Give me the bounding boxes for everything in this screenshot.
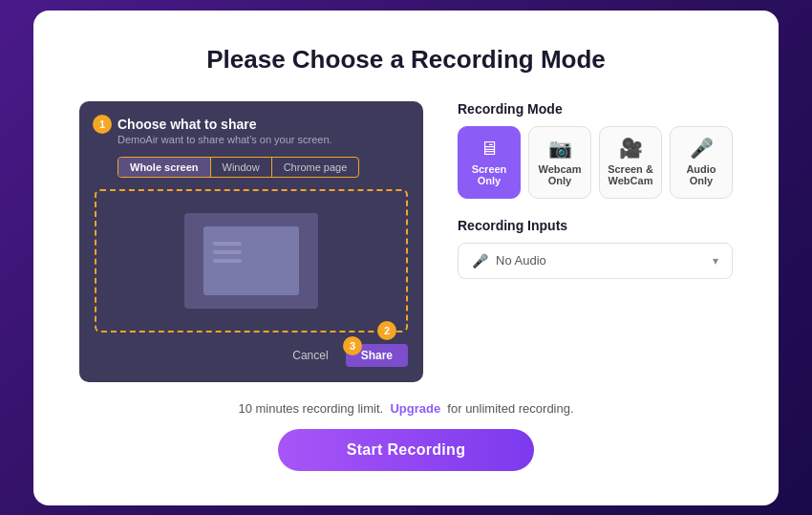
cancel-button[interactable]: Cancel <box>283 344 337 367</box>
dialog-subtitle: DemoAir want to share what's on your scr… <box>118 134 408 145</box>
screen-line-3 <box>213 259 242 263</box>
recording-mode-label: Recording Mode <box>458 101 733 117</box>
screen-only-label: Screen Only <box>464 163 514 186</box>
recording-inputs-label: Recording Inputs <box>458 218 733 233</box>
webcam-only-icon: 📷 <box>548 139 572 158</box>
audio-only-label: Audio Only <box>676 163 726 186</box>
step-badge-3: 3 <box>343 336 362 355</box>
dialog-tabs: Whole screen Window Chrome page <box>118 157 359 178</box>
share-dialog: 1 Choose what to share DemoAir want to s… <box>79 101 423 382</box>
mode-grid: 🖥 Screen Only 📷 Webcam Only 🎥 Screen & W… <box>458 126 733 199</box>
screen-mockup <box>184 213 318 309</box>
content-row: 1 Choose what to share DemoAir want to s… <box>79 101 733 382</box>
webcam-only-label: Webcam Only <box>535 163 585 186</box>
main-card: Please Choose a Recording Mode 1 Choose … <box>33 11 779 505</box>
page-title: Please Choose a Recording Mode <box>206 45 606 75</box>
step-badge-1: 1 <box>93 115 112 134</box>
screen-line-1 <box>213 242 242 246</box>
audio-value: No Audio <box>496 253 546 268</box>
tab-whole-screen[interactable]: Whole screen <box>118 158 211 177</box>
recording-inputs-section: Recording Inputs 🎤 No Audio ▾ <box>458 218 733 279</box>
screen-inner <box>203 226 299 295</box>
start-recording-button[interactable]: Start Recording <box>278 429 535 471</box>
limit-text: 10 minutes recording limit. Upgrade for … <box>238 401 573 416</box>
screen-line-2 <box>213 250 242 254</box>
screen-only-icon: 🖥 <box>480 139 499 158</box>
screen-webcam-icon: 🎥 <box>619 139 643 158</box>
limit-after: for unlimited recording. <box>447 401 573 416</box>
right-panel: Recording Mode 🖥 Screen Only 📷 Webcam On… <box>458 101 733 279</box>
chevron-down-icon: ▾ <box>713 254 718 268</box>
audio-dropdown-left: 🎤 No Audio <box>472 253 546 268</box>
audio-only-icon: 🎤 <box>690 139 714 158</box>
dialog-title: Choose what to share <box>118 117 408 132</box>
audio-dropdown[interactable]: 🎤 No Audio ▾ <box>458 243 733 279</box>
recording-mode-section: Recording Mode 🖥 Screen Only 📷 Webcam On… <box>458 101 733 199</box>
mode-screen-only[interactable]: 🖥 Screen Only <box>458 126 521 199</box>
tab-window[interactable]: Window <box>211 158 272 177</box>
microphone-icon: 🎤 <box>472 253 488 268</box>
screen-preview-area: 2 <box>95 189 408 333</box>
limit-before: 10 minutes recording limit. <box>238 401 383 416</box>
bottom-area: 10 minutes recording limit. Upgrade for … <box>79 401 733 471</box>
mode-audio-only[interactable]: 🎤 Audio Only <box>670 126 733 199</box>
mode-screen-webcam[interactable]: 🎥 Screen & WebCam <box>599 126 662 199</box>
mode-webcam-only[interactable]: 📷 Webcam Only <box>528 126 591 199</box>
tab-chrome-page[interactable]: Chrome page <box>272 158 359 177</box>
step-badge-2: 2 <box>377 321 396 340</box>
dialog-buttons: 3 Cancel Share <box>95 344 408 367</box>
screen-webcam-label: Screen & WebCam <box>606 163 655 186</box>
upgrade-link[interactable]: Upgrade <box>390 401 440 416</box>
screen-lines <box>213 242 242 263</box>
